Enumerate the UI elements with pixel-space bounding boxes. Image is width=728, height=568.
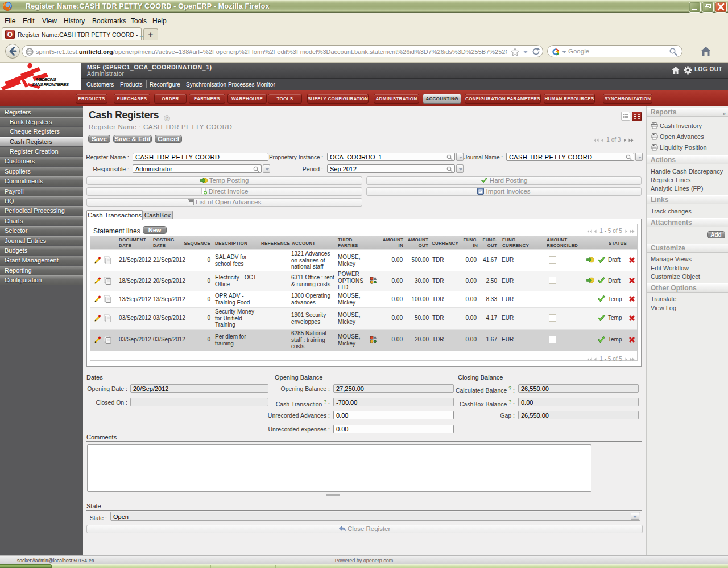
svg-text:MEDECINS: MEDECINS (36, 77, 57, 82)
svg-text:SANS FRONTIERES: SANS FRONTIERES (32, 82, 69, 87)
